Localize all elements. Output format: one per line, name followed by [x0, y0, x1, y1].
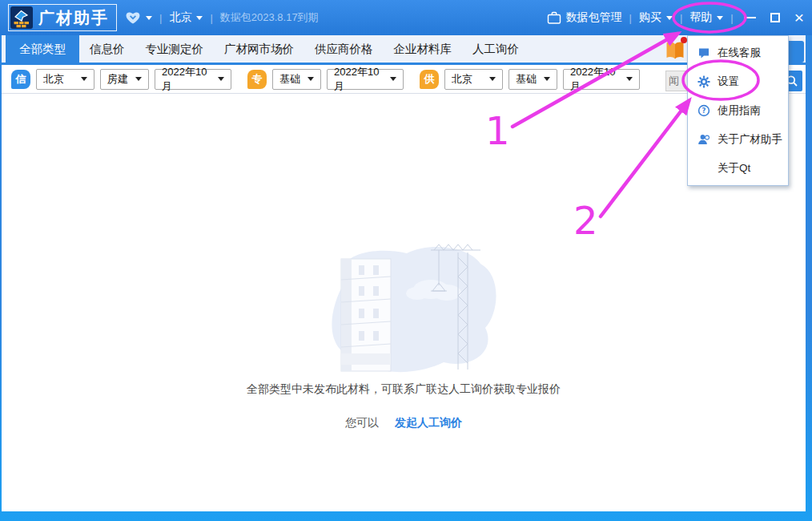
- gear-icon: [697, 75, 710, 88]
- tab-manual-inquiry[interactable]: 人工询价: [462, 35, 529, 63]
- divider: |: [629, 12, 632, 24]
- menu-item-online-support[interactable]: 在线客服: [688, 38, 788, 67]
- divider: |: [159, 12, 162, 24]
- menu-item-about-qt[interactable]: 关于Qt: [688, 154, 788, 183]
- minimize-button[interactable]: [744, 17, 756, 18]
- package-expiry-label: 数据包2023.8.17到期: [220, 10, 319, 25]
- briefcase-icon: [547, 11, 561, 25]
- title-bar: 广材助手 | 北京 | 数据包2023.8.17到期: [0, 0, 812, 35]
- divider: |: [210, 12, 212, 24]
- menu-item-label: 设置: [718, 75, 739, 89]
- book-icon[interactable]: [665, 39, 685, 62]
- app-title: 广材助手: [33, 7, 115, 29]
- chevron-down-icon: [196, 16, 203, 20]
- info-price-badge: 信: [11, 70, 30, 89]
- chevron-down-icon: [489, 77, 496, 81]
- chevron-down-icon[interactable]: [146, 16, 152, 20]
- empty-icon-slot: [697, 162, 710, 175]
- main-panel: 全部类型中未发布此材料，可联系广联达人工询价获取专业报价 您可以发起人工询价 北…: [2, 94, 806, 511]
- region-selector[interactable]: 北京: [169, 10, 203, 25]
- chevron-down-icon: [717, 16, 723, 20]
- chevron-down-icon: [218, 77, 224, 81]
- tab-enterprise-library[interactable]: 企业材料库: [384, 35, 463, 63]
- menu-item-label: 在线客服: [718, 46, 761, 60]
- professional-price-badge: 专: [247, 70, 267, 89]
- divider: |: [730, 12, 733, 24]
- buy-label: 购买: [639, 10, 661, 25]
- menu-item-user-guide[interactable]: ? 使用指南: [688, 96, 788, 125]
- tab-market-price[interactable]: 广材网市场价: [214, 35, 304, 63]
- help-dropdown-menu: 在线客服: [687, 35, 789, 186]
- region-label: 北京: [169, 10, 191, 25]
- chevron-down-icon: [308, 77, 314, 81]
- menu-item-label: 使用指南: [718, 103, 761, 118]
- region-dropdown[interactable]: 北京: [36, 69, 94, 90]
- chevron-down-icon: [81, 77, 87, 81]
- question-icon: ?: [697, 104, 710, 117]
- menu-item-label: 关于广材助手: [718, 132, 782, 147]
- chevron-down-icon: [626, 77, 633, 81]
- menu-item-about-app[interactable]: 关于广材助手: [688, 125, 788, 154]
- empty-state-message: 全部类型中未发布此材料，可联系广联达人工询价获取专业报价: [2, 382, 806, 397]
- period-dropdown[interactable]: 2022年10月: [327, 69, 404, 90]
- tab-all-types[interactable]: 全部类型: [6, 35, 79, 63]
- package-management-button[interactable]: 数据包管理: [547, 10, 622, 25]
- basis-dropdown[interactable]: 基础: [272, 69, 321, 90]
- period-dropdown[interactable]: 2022年10月: [563, 69, 640, 90]
- tab-info-price[interactable]: 信息价: [79, 35, 135, 63]
- action-prefix: 您可以: [345, 416, 379, 429]
- buy-menu-button[interactable]: 购买: [639, 10, 673, 25]
- svg-text:?: ?: [702, 107, 706, 115]
- region-dropdown[interactable]: 北京: [444, 69, 503, 90]
- close-button[interactable]: ×: [794, 11, 804, 24]
- chevron-down-icon: [544, 77, 550, 81]
- construction-illustration: [311, 241, 503, 378]
- chat-icon: [697, 46, 710, 59]
- basis-dropdown[interactable]: 基础: [509, 69, 557, 90]
- person-search-icon: [697, 133, 710, 146]
- app-window: 广材助手 | 北京 | 数据包2023.8.17到期: [0, 0, 812, 521]
- content-area: 全部类型 信息价 专业测定价 广材网市场价 供应商价格 企业材料库 人工询价 信…: [2, 35, 806, 511]
- menu-item-settings[interactable]: 设置: [688, 67, 788, 96]
- empty-state-action-row: 您可以发起人工询价: [2, 416, 806, 430]
- menu-item-label: 关于Qt: [718, 161, 750, 176]
- start-manual-inquiry-link[interactable]: 发起人工询价: [395, 416, 462, 429]
- tab-professional-price[interactable]: 专业测定价: [135, 35, 215, 63]
- chevron-down-icon: [666, 16, 673, 20]
- notification-dot: [681, 37, 687, 43]
- maximize-button[interactable]: [770, 13, 780, 22]
- vip-heart-icon[interactable]: [125, 10, 141, 25]
- period-dropdown[interactable]: 2022年10月: [155, 69, 231, 90]
- app-logo-icon: [10, 6, 33, 29]
- help-menu-button[interactable]: 帮助: [689, 10, 723, 25]
- category-dropdown[interactable]: 房建: [100, 69, 149, 90]
- supplier-price-badge: 供: [420, 70, 439, 89]
- chevron-down-icon: [390, 77, 396, 81]
- help-label: 帮助: [689, 10, 712, 25]
- app-logo: 广材助手: [8, 4, 117, 31]
- tab-supplier-price[interactable]: 供应商价格: [304, 35, 384, 63]
- chevron-down-icon: [135, 77, 142, 81]
- package-management-label: 数据包管理: [566, 10, 622, 25]
- divider: |: [680, 12, 682, 24]
